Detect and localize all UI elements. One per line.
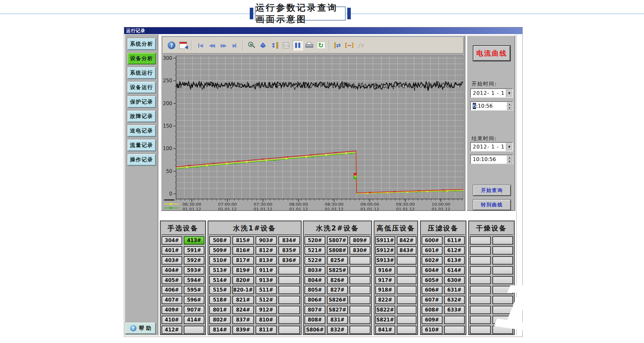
- device-596[interactable]: 596#: [184, 296, 204, 304]
- sidebar-item-8[interactable]: 流量记录: [127, 140, 156, 151]
- end-date-picker[interactable]: 2012- 1 - 1 ▼: [470, 142, 513, 151]
- device-S822[interactable]: S822#: [375, 306, 395, 314]
- device-515[interactable]: 515#: [209, 286, 231, 294]
- device-594[interactable]: 594#: [184, 276, 204, 284]
- device-405[interactable]: 405#: [162, 276, 182, 284]
- device-834[interactable]: 834#: [278, 236, 300, 245]
- start-time-down-button[interactable]: ▼: [507, 106, 512, 110]
- sidebar-item-2[interactable]: 设备分析: [127, 53, 156, 64]
- device-410[interactable]: 410#: [162, 316, 182, 324]
- device-605[interactable]: 605#: [422, 276, 443, 284]
- device-911[interactable]: 911#: [256, 266, 277, 275]
- device-413[interactable]: 413#: [184, 236, 204, 245]
- device-604[interactable]: 604#: [422, 266, 443, 275]
- device-816[interactable]: 816#: [232, 246, 254, 255]
- window-titlebar[interactable]: 运行记录: [124, 27, 522, 34]
- device-803[interactable]: 803#: [304, 266, 325, 275]
- device-304[interactable]: 304#: [162, 236, 182, 245]
- help-button[interactable]: ? 帮 助: [125, 322, 156, 334]
- sidebar-item-1[interactable]: 系统分析: [127, 38, 156, 50]
- device-409[interactable]: 409#: [162, 306, 182, 314]
- print-icon[interactable]: [304, 40, 314, 50]
- device-609[interactable]: 609#: [422, 316, 443, 324]
- device-518[interactable]: 518#: [209, 296, 231, 304]
- device-811[interactable]: 811#: [256, 326, 277, 334]
- device-820[interactable]: 820#: [232, 276, 254, 284]
- device-806[interactable]: 806#: [304, 296, 325, 304]
- device-595[interactable]: 595#: [184, 286, 204, 294]
- device-835[interactable]: 835#: [278, 246, 300, 255]
- report-form-icon[interactable]: ◀: [178, 40, 188, 50]
- goto-curve-button[interactable]: 转到曲线: [473, 200, 511, 210]
- device-522[interactable]: 522#: [304, 256, 325, 265]
- device-822[interactable]: 822#: [375, 296, 395, 304]
- sidebar-item-9[interactable]: 操作记录: [127, 154, 156, 166]
- device-610[interactable]: 610#: [422, 326, 443, 334]
- sidebar-item-4[interactable]: 设备运行: [127, 82, 156, 93]
- device-510[interactable]: 510#: [209, 256, 231, 265]
- device-406[interactable]: 406#: [162, 286, 182, 294]
- device-807[interactable]: 807#: [304, 306, 325, 314]
- device-821[interactable]: 821#: [232, 296, 254, 304]
- device-830[interactable]: 830#: [350, 246, 370, 255]
- device-602[interactable]: 602#: [422, 256, 443, 265]
- device-907[interactable]: 907#: [184, 306, 204, 314]
- device-817[interactable]: 817#: [232, 256, 254, 265]
- device-825[interactable]: 825#: [327, 256, 348, 265]
- device-814[interactable]: 814#: [209, 326, 231, 334]
- device-832[interactable]: 832#: [327, 326, 348, 334]
- device-809[interactable]: 809#: [350, 236, 370, 245]
- device-S806[interactable]: S806#: [304, 326, 325, 334]
- device-614[interactable]: 614#: [444, 266, 465, 275]
- start-time-spinner[interactable]: 6:10:56 ▲▼: [470, 101, 513, 111]
- start-date-dropdown-button[interactable]: ▼: [506, 89, 512, 97]
- device-912[interactable]: 912#: [256, 306, 277, 314]
- device-842[interactable]: 842#: [397, 236, 417, 245]
- device-819[interactable]: 819#: [232, 266, 254, 275]
- device-512[interactable]: 512#: [256, 296, 277, 304]
- device-509[interactable]: 509#: [209, 246, 231, 255]
- device-S821[interactable]: S821#: [375, 316, 395, 324]
- device-S827[interactable]: S827#: [327, 306, 348, 314]
- device-810[interactable]: 810#: [256, 316, 277, 324]
- end-time-spinner[interactable]: 10:10:56 ▲▼: [470, 155, 513, 164]
- device-839[interactable]: 839#: [232, 326, 254, 334]
- device-802[interactable]: 802#: [209, 316, 231, 324]
- device-826[interactable]: 826#: [327, 276, 348, 284]
- sidebar-item-5[interactable]: 保护记录: [127, 96, 156, 108]
- device-508[interactable]: 508#: [209, 236, 231, 245]
- device-808[interactable]: 808#: [304, 316, 325, 324]
- device-514[interactable]: 514#: [209, 276, 231, 284]
- device-S826[interactable]: S826#: [327, 296, 348, 304]
- device-918[interactable]: 918#: [375, 286, 395, 294]
- device-607[interactable]: 607#: [422, 296, 443, 304]
- device-613[interactable]: 613#: [444, 256, 465, 265]
- end-time-up-button[interactable]: ▲: [507, 155, 512, 159]
- end-date-dropdown-button[interactable]: ▼: [506, 143, 512, 151]
- device-606[interactable]: 606#: [422, 286, 443, 294]
- device-831[interactable]: 831#: [327, 316, 348, 324]
- device-836[interactable]: 836#: [278, 256, 300, 265]
- device-592[interactable]: 592#: [184, 256, 204, 265]
- nav-first-icon[interactable]: ◀: [195, 40, 205, 50]
- device-403[interactable]: 403#: [162, 256, 182, 265]
- device-407[interactable]: 407#: [162, 296, 182, 304]
- device-633[interactable]: 633#: [444, 306, 465, 314]
- device-513[interactable]: 513#: [209, 266, 231, 275]
- sidebar-item-3[interactable]: 系统运行: [127, 67, 156, 79]
- device-S911[interactable]: S911#: [375, 236, 395, 245]
- device-414[interactable]: 414#: [184, 316, 204, 324]
- device-520[interactable]: 520#: [304, 236, 325, 245]
- device-S912[interactable]: S912#: [375, 246, 395, 255]
- pause-icon[interactable]: [293, 40, 303, 50]
- device-S825[interactable]: S825#: [327, 266, 348, 275]
- pan-icon[interactable]: ↔↕: [258, 40, 268, 50]
- device-600[interactable]: 600#: [422, 236, 443, 245]
- export-grid-icon[interactable]: ↻: [316, 40, 326, 50]
- trend-chart[interactable]: 30025020015010050006:30:0001.01.1207:00:…: [162, 54, 466, 211]
- device-804[interactable]: 804#: [304, 276, 325, 284]
- device-412[interactable]: 412#: [162, 326, 182, 334]
- device-903[interactable]: 903#: [256, 236, 277, 245]
- device-593[interactable]: 593#: [184, 266, 204, 275]
- device-632[interactable]: 632#: [444, 296, 465, 304]
